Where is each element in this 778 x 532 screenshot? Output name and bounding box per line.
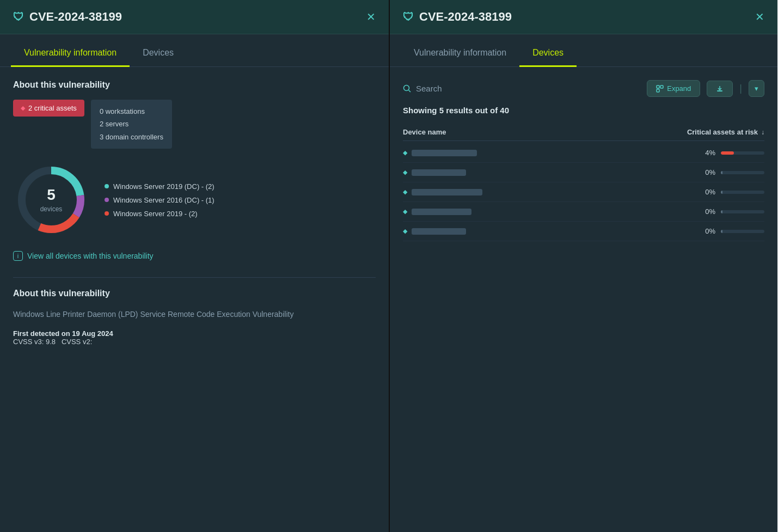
legend-dot-3	[105, 211, 109, 216]
progress-bg-1	[721, 151, 764, 155]
tab-vulnerability-info-left[interactable]: Vulnerability information	[11, 40, 130, 67]
results-count: Showing 5 results out of 40	[403, 106, 764, 115]
close-button-right[interactable]: ✕	[755, 10, 764, 23]
svg-rect-6	[657, 85, 659, 88]
row-right-1: 4%	[705, 149, 764, 157]
left-content: About this vulnerability ◆ 2 critical as…	[0, 67, 389, 532]
left-tabs: Vulnerability information Devices	[0, 40, 389, 67]
row-left-4: ◆	[403, 208, 471, 215]
row-left-1: ◆	[403, 149, 477, 156]
device-name-5-blurred	[412, 228, 466, 235]
table-row: ◆ 0%	[403, 182, 764, 202]
divider	[13, 277, 376, 278]
col-critical-assets: Critical assets at risk ↓	[687, 128, 764, 136]
progress-fill-2	[721, 171, 722, 174]
asset-counts: 0 workstations 2 servers 3 domain contro…	[91, 100, 172, 149]
progress-bg-5	[721, 230, 764, 233]
donut-chart: 5 devices	[13, 162, 89, 238]
svg-rect-9	[717, 90, 722, 91]
left-panel: 🛡 CVE-2024-38199 ✕ Vulnerability informa…	[0, 0, 389, 532]
diamond-icon-row1: ◆	[403, 149, 407, 156]
device-name-4-blurred	[412, 209, 471, 215]
expand-button[interactable]: Expand	[647, 80, 700, 97]
table-row: ◆ 0%	[403, 163, 764, 182]
right-tabs: Vulnerability information Devices	[390, 40, 777, 67]
progress-fill-4	[721, 210, 722, 213]
svg-rect-7	[660, 85, 663, 88]
table-row: ◆ 0%	[403, 222, 764, 241]
about-vuln-title-2: About this vulnerability	[13, 289, 376, 298]
table-row: ◆ 4%	[403, 143, 764, 163]
dropdown-button[interactable]: ▾	[749, 80, 764, 97]
about-vulnerability-title: About this vulnerability	[13, 80, 376, 90]
critical-assets-row: ◆ 2 critical assets 0 workstations 2 ser…	[13, 100, 376, 149]
progress-fill-5	[721, 230, 722, 233]
tab-vulnerability-info-right[interactable]: Vulnerability information	[401, 40, 519, 67]
col-device-name: Device name	[403, 128, 446, 136]
sort-icon[interactable]: ↓	[761, 129, 764, 136]
right-panel: 🛡 CVE-2024-38199 ✕ Vulnerability informa…	[389, 0, 777, 532]
device-name-3-blurred	[412, 189, 482, 195]
tab-devices-left[interactable]: Devices	[130, 40, 187, 67]
diamond-icon: ◆	[21, 105, 25, 112]
search-area[interactable]: Search	[403, 84, 640, 93]
row-right-4: 0%	[705, 207, 764, 216]
legend-item-3: Windows Server 2019 - (2)	[105, 210, 215, 218]
legend: Windows Server 2019 (DC) - (2) Windows S…	[105, 182, 215, 218]
vuln-description: Windows Line Printer Daemon (LPD) Servic…	[13, 308, 376, 320]
export-button[interactable]	[707, 81, 733, 97]
chevron-down-icon: ▾	[755, 84, 758, 93]
diamond-icon-row4: ◆	[403, 208, 407, 215]
close-button[interactable]: ✕	[366, 10, 376, 23]
critical-badge: ◆ 2 critical assets	[13, 100, 84, 117]
row-right-3: 0%	[705, 188, 764, 196]
svg-line-5	[409, 90, 411, 92]
donut-section: 5 devices Windows Server 2019 (DC) - (2)…	[13, 162, 376, 238]
progress-bg-3	[721, 191, 764, 194]
progress-fill-3	[721, 191, 722, 194]
legend-dot-2	[105, 198, 109, 202]
export-icon	[716, 85, 724, 93]
diamond-icon-row2: ◆	[403, 169, 407, 176]
legend-item-2: Windows Server 2016 (DC) - (1)	[105, 196, 215, 204]
toolbar-divider: |	[739, 83, 742, 94]
search-icon	[403, 84, 412, 93]
row-right-2: 0%	[705, 168, 764, 176]
device-name-2-blurred	[412, 169, 466, 176]
expand-icon	[656, 85, 664, 93]
shield-icon: 🛡	[13, 11, 24, 23]
donut-center: 5 devices	[40, 186, 63, 213]
row-left-2: ◆	[403, 169, 466, 176]
progress-fill-1	[721, 151, 734, 155]
right-title: 🛡 CVE-2024-38199	[403, 10, 512, 24]
devices-table: Device name Critical assets at risk ↓ ◆ …	[403, 124, 764, 241]
tab-devices-right[interactable]: Devices	[519, 40, 577, 67]
diamond-icon-row3: ◆	[403, 188, 407, 195]
shield-icon-right: 🛡	[403, 11, 414, 23]
table-header: Device name Critical assets at risk ↓	[403, 124, 764, 141]
right-content: Search Expand | ▾ Showing 5	[390, 67, 777, 532]
vuln-meta: First detected on 19 Aug 2024 CVSS v3: 9…	[13, 329, 376, 346]
legend-dot-1	[105, 184, 109, 188]
legend-item-1: Windows Server 2019 (DC) - (2)	[105, 182, 215, 191]
progress-bg-2	[721, 171, 764, 174]
row-left-3: ◆	[403, 188, 482, 195]
diamond-icon-row5: ◆	[403, 228, 407, 235]
table-row: ◆ 0%	[403, 202, 764, 222]
devices-toolbar: Search Expand | ▾	[403, 80, 764, 97]
device-name-1-blurred	[412, 150, 477, 156]
svg-point-4	[404, 85, 409, 90]
left-header: 🛡 CVE-2024-38199 ✕	[0, 0, 389, 34]
row-right-5: 0%	[705, 227, 764, 235]
left-title: 🛡 CVE-2024-38199	[13, 10, 122, 24]
row-left-5: ◆	[403, 228, 466, 235]
info-icon: i	[13, 251, 23, 261]
svg-rect-8	[657, 89, 659, 92]
right-header: 🛡 CVE-2024-38199 ✕	[390, 0, 777, 34]
progress-bg-4	[721, 210, 764, 213]
view-all-link[interactable]: i View all devices with this vulnerabili…	[13, 251, 376, 261]
